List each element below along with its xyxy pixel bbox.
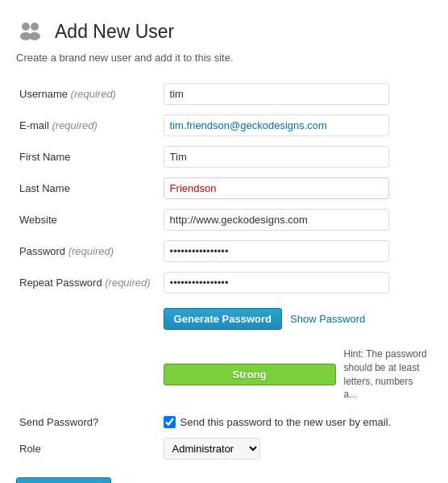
repeat-password-row: Repeat Password (required) xyxy=(16,267,432,298)
username-label: Username (required) xyxy=(16,78,160,110)
firstname-label: First Name xyxy=(16,141,160,173)
role-select[interactable]: Subscriber Contributor Author Editor Adm… xyxy=(164,438,260,460)
lastname-row: Last Name xyxy=(16,173,432,204)
repeat-password-label: Repeat Password (required) xyxy=(16,267,160,298)
username-input[interactable] xyxy=(164,83,389,105)
user-group-icon xyxy=(16,16,47,47)
add-user-form: Username (required) E-mail (required) Fi… xyxy=(16,78,432,464)
send-password-row: Send Password? Send this password to the… xyxy=(16,411,432,433)
password-row: Password (required) xyxy=(16,235,432,267)
strength-bar: Strong xyxy=(164,364,336,385)
website-input[interactable] xyxy=(164,209,389,231)
send-password-checkbox[interactable] xyxy=(164,416,176,428)
page-title: Add New User xyxy=(55,21,174,43)
password-input[interactable] xyxy=(164,240,389,262)
repeat-password-input[interactable] xyxy=(164,272,389,294)
password-hint: Hint: The passwordshould be at leastlett… xyxy=(344,348,429,402)
lastname-input[interactable] xyxy=(164,177,389,199)
send-password-label: Send Password? xyxy=(16,411,160,433)
password-strength-row: Strong Hint: The passwordshould be at le… xyxy=(16,339,432,411)
generate-password-row: Generate Password Show Password xyxy=(16,298,432,339)
page-wrapper: Add New User Create a brand new user and… xyxy=(0,0,448,483)
email-input[interactable] xyxy=(164,115,389,136)
website-row: Website xyxy=(16,204,432,235)
password-actions: Generate Password Show Password xyxy=(164,303,429,335)
page-header: Add New User xyxy=(16,16,432,47)
svg-point-0 xyxy=(22,23,30,31)
password-label: Password (required) xyxy=(16,235,160,267)
generate-password-button[interactable]: Generate Password xyxy=(164,308,282,330)
svg-point-2 xyxy=(31,23,39,31)
firstname-row: First Name xyxy=(16,141,432,173)
firstname-input[interactable] xyxy=(164,146,389,168)
send-password-container: Send this password to the new user by em… xyxy=(164,416,429,428)
website-label: Website xyxy=(16,204,160,235)
lastname-label: Last Name xyxy=(16,173,160,204)
role-row: Role Subscriber Contributor Author Edito… xyxy=(16,433,432,464)
send-password-text: Send this password to the new user by em… xyxy=(180,416,392,428)
page-description: Create a brand new user and add it to th… xyxy=(16,52,432,64)
role-label: Role xyxy=(16,433,160,464)
strength-indicator-row: Strong Hint: The passwordshould be at le… xyxy=(164,344,429,406)
show-password-link[interactable]: Show Password xyxy=(290,313,365,325)
email-label: E-mail (required) xyxy=(16,110,160,141)
svg-point-3 xyxy=(29,32,40,40)
email-row: E-mail (required) xyxy=(16,110,432,141)
add-new-user-button[interactable]: Add New User xyxy=(16,477,111,483)
username-row: Username (required) xyxy=(16,78,432,110)
